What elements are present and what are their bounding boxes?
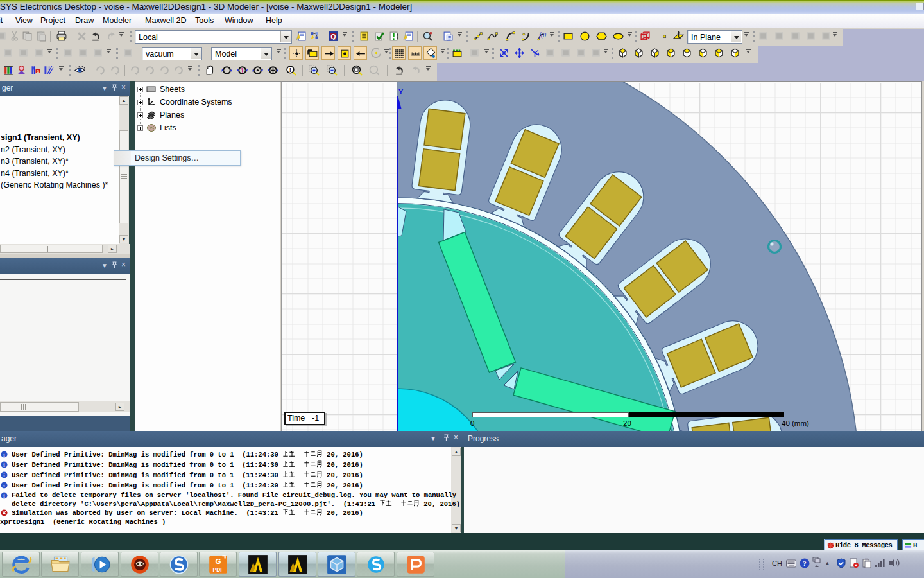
svg-text:a: a: [37, 69, 39, 73]
svg-text:Y: Y: [398, 88, 404, 96]
svg-text:!: !: [289, 66, 291, 73]
svg-text:G: G: [215, 557, 221, 565]
svg-text:Q: Q: [330, 33, 336, 40]
svg-text:f(0: f(0: [539, 31, 546, 39]
svg-text:?: ?: [803, 559, 807, 567]
svg-text:PDF: PDF: [213, 566, 224, 573]
